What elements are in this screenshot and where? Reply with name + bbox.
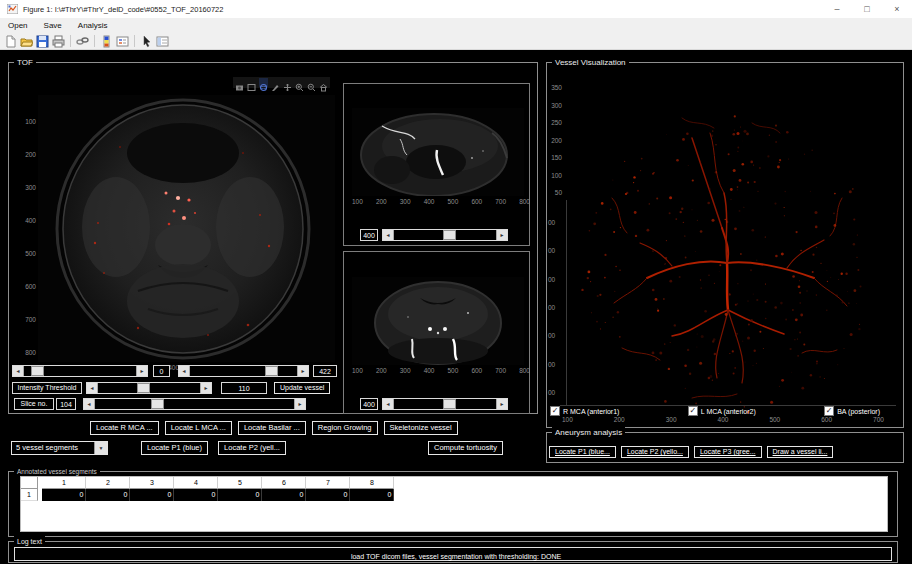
axial-y-tick-6: 600 <box>25 283 36 290</box>
table-cell-1-8[interactable]: 0 <box>350 489 394 501</box>
frame-icon[interactable] <box>247 78 256 87</box>
property-inspector-icon[interactable] <box>156 35 169 48</box>
new-file-icon[interactable] <box>4 35 17 48</box>
slider-track[interactable] <box>394 230 496 240</box>
locate-p-button-2[interactable]: Locate P2 (yell... <box>218 441 286 455</box>
zoom-in-icon[interactable] <box>295 78 304 87</box>
vessel-checkbox-3[interactable]: ✓BA (posterior) <box>824 406 880 416</box>
save-file-icon[interactable] <box>36 35 49 48</box>
pan-icon[interactable] <box>283 78 292 87</box>
zoom-out-icon[interactable] <box>307 78 316 87</box>
restore-view-icon[interactable] <box>319 78 328 87</box>
slider-right-arrow-icon[interactable]: ► <box>136 366 147 376</box>
vessel-checkbox-1[interactable]: ✓R MCA (anterior1) <box>550 406 619 416</box>
axial-image[interactable] <box>38 95 335 362</box>
slider-right-arrow-icon[interactable]: ► <box>496 230 507 240</box>
rotate3d-icon[interactable] <box>259 78 268 87</box>
intensity-value-input[interactable] <box>221 382 267 394</box>
maximize-button[interactable]: □ <box>852 0 882 18</box>
slider-left-arrow-icon[interactable]: ◄ <box>179 366 190 376</box>
slider-left-arrow-icon[interactable]: ◄ <box>87 383 98 393</box>
slider-right-arrow-icon[interactable]: ► <box>294 399 305 409</box>
range-min-slider[interactable]: ◄ ► <box>12 365 148 377</box>
title-bar: Figure 1: I:\#ThrY\#ThrY_delD_code\#0552… <box>0 0 912 18</box>
aneurysm-button-1[interactable]: Locate P1 (blue... <box>549 446 616 458</box>
insert-colorbar-icon[interactable] <box>100 35 113 48</box>
open-file-icon[interactable] <box>20 35 33 48</box>
coronal-image[interactable] <box>352 277 524 365</box>
range-min-input[interactable] <box>153 365 170 377</box>
checkbox-icon[interactable]: ✓ <box>824 406 834 416</box>
vessel-z-tick-5: 150 <box>551 154 562 161</box>
slider-right-arrow-icon[interactable]: ► <box>496 399 507 409</box>
aneurysm-button-3[interactable]: Locate P3 (gree... <box>694 446 762 458</box>
vessel-x-tick-2: 200 <box>614 416 625 423</box>
coronal-slider[interactable]: ◄ ► <box>382 398 508 410</box>
vessel-3d-view[interactable] <box>552 78 900 418</box>
slider-thumb[interactable] <box>443 399 456 409</box>
export-icon[interactable] <box>235 78 244 87</box>
slider-track[interactable] <box>394 399 496 409</box>
slider-track[interactable] <box>190 366 297 376</box>
range-max-slider[interactable]: ◄ ► <box>178 365 309 377</box>
link-plot-icon[interactable] <box>76 35 89 48</box>
table-cell-1-1[interactable]: 0 <box>42 489 86 501</box>
sagittal-slice-input[interactable] <box>360 229 378 241</box>
vessel-button-4[interactable]: Region Growing <box>312 421 378 435</box>
slider-right-arrow-icon[interactable]: ► <box>200 383 211 393</box>
slider-track[interactable] <box>98 383 200 393</box>
checkbox-icon[interactable]: ✓ <box>688 406 698 416</box>
compute-tortuosity-button[interactable]: Compute tortuosity <box>428 441 503 455</box>
slider-track[interactable] <box>95 399 294 409</box>
column-header-6: 6 <box>262 477 306 489</box>
menu-open[interactable]: Open <box>0 18 36 33</box>
intensity-slider[interactable]: ◄ ► <box>86 382 212 394</box>
vessel-button-3[interactable]: Locate Basilar ... <box>238 421 306 435</box>
slice-slider[interactable]: ◄ ► <box>83 398 306 410</box>
table-cell-1-7[interactable]: 0 <box>306 489 350 501</box>
range-max-input[interactable] <box>313 365 337 377</box>
aneurysm-button-2[interactable]: Locate P2 (yello... <box>621 446 689 458</box>
table-cell-1-5[interactable]: 0 <box>218 489 262 501</box>
slider-left-arrow-icon[interactable]: ◄ <box>383 399 394 409</box>
vessel-z-tick-3: 250 <box>551 119 562 126</box>
menu-save[interactable]: Save <box>36 18 70 33</box>
minimize-button[interactable]: – <box>822 0 852 18</box>
locate-p-button-1[interactable]: Locate P1 (blue) <box>141 441 208 455</box>
vessel-segments-dropdown[interactable]: 5 vessel segments ▼ <box>11 441 108 455</box>
coronal-slice-input[interactable] <box>360 398 378 410</box>
checkbox-icon[interactable]: ✓ <box>550 406 560 416</box>
slice-no-input[interactable] <box>56 398 76 410</box>
print-figure-icon[interactable] <box>52 35 65 48</box>
slider-right-arrow-icon[interactable]: ► <box>297 366 308 376</box>
slider-thumb[interactable] <box>137 383 150 393</box>
vessel-button-1[interactable]: Locate R MCA ... <box>90 421 159 435</box>
slider-thumb[interactable] <box>265 366 278 376</box>
edit-plot-cursor-icon[interactable] <box>140 35 153 48</box>
vessel-checkbox-2[interactable]: ✓L MCA (anterior2) <box>688 406 756 416</box>
slider-left-arrow-icon[interactable]: ◄ <box>13 366 24 376</box>
vessel-button-5[interactable]: Skeletonize vessel <box>384 421 458 435</box>
menu-analysis[interactable]: Analysis <box>70 18 116 33</box>
close-button[interactable]: × <box>882 0 912 18</box>
aneurysm-button-4[interactable]: Draw a vessel li... <box>767 446 834 458</box>
update-vessel-button[interactable]: Update vessel <box>274 382 330 394</box>
chevron-down-icon[interactable]: ▼ <box>94 442 107 454</box>
slider-left-arrow-icon[interactable]: ◄ <box>84 399 95 409</box>
slider-thumb[interactable] <box>443 230 456 240</box>
slider-track[interactable] <box>24 366 136 376</box>
slider-thumb[interactable] <box>151 399 164 409</box>
brush-icon[interactable] <box>271 78 280 87</box>
slider-left-arrow-icon[interactable]: ◄ <box>383 230 394 240</box>
table-cell-1-3[interactable]: 0 <box>130 489 174 501</box>
vessel-button-2[interactable]: Locate L MCA ... <box>165 421 232 435</box>
slider-thumb[interactable] <box>31 366 44 376</box>
sagittal-slider[interactable]: ◄ ► <box>382 229 508 241</box>
segments-table[interactable]: 12345678 1 00000000 <box>20 476 888 532</box>
table-row-header[interactable]: 1 <box>21 489 38 501</box>
sagittal-image[interactable] <box>352 108 524 196</box>
table-cell-1-4[interactable]: 0 <box>174 489 218 501</box>
table-cell-1-2[interactable]: 0 <box>86 489 130 501</box>
table-cell-1-6[interactable]: 0 <box>262 489 306 501</box>
insert-legend-icon[interactable] <box>116 35 129 48</box>
